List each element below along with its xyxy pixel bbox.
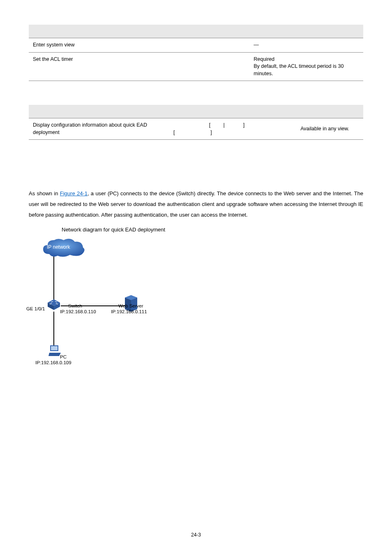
bracket: ]: [210, 130, 212, 135]
table-display: Display configuration information about …: [29, 105, 363, 140]
table-procedure: Enter system view — Set the ACL timer Re…: [29, 25, 363, 81]
switch-ip: IP:192.168.0.110: [60, 308, 96, 315]
table-row: Enter system view —: [29, 38, 363, 53]
figure-link[interactable]: Figure 24-1: [60, 190, 88, 197]
bracket: [: [209, 122, 210, 128]
cell-todo: Set the ACL timer: [29, 52, 139, 81]
cell-desc: Available in any view.: [296, 118, 363, 140]
cell-cmd: [139, 52, 250, 81]
svg-rect-7: [51, 346, 58, 350]
pc-ip: IP:192.168.0.109: [35, 359, 71, 366]
cell-todo: Display configuration information about …: [29, 118, 169, 140]
cell-todo: Enter system view: [29, 38, 139, 53]
bar: |: [223, 122, 224, 128]
cell-cmd: [ | ] [ ]: [169, 118, 296, 140]
cell-desc: Required By default, the ACL timeout per…: [249, 52, 363, 81]
port-label: GE 1/0/1: [26, 305, 45, 312]
cell-cmd: [139, 38, 250, 53]
table-row: Display configuration information about …: [29, 118, 363, 140]
table-row: Set the ACL timer Required By default, t…: [29, 52, 363, 81]
switch-icon: [46, 298, 62, 311]
link-line: [53, 312, 54, 345]
body-paragraph: As shown in Figure 24-1, a user (PC) con…: [29, 188, 363, 220]
bracket: [: [173, 130, 175, 135]
link-line: [53, 257, 54, 300]
svg-marker-8: [48, 353, 61, 356]
page-number: 24-3: [0, 532, 392, 539]
cloud-label: IP network: [47, 244, 70, 251]
cell-desc: —: [249, 38, 363, 53]
bracket: ]: [243, 122, 244, 128]
server-ip: IP:192.168.0.111: [111, 308, 147, 315]
para-text: As shown in: [29, 190, 60, 197]
figure-caption: Network diagram for quick EAD deployment: [29, 226, 363, 234]
network-diagram: IP network GE 1/0/1 Switch IP:192.168.0.…: [29, 238, 177, 373]
